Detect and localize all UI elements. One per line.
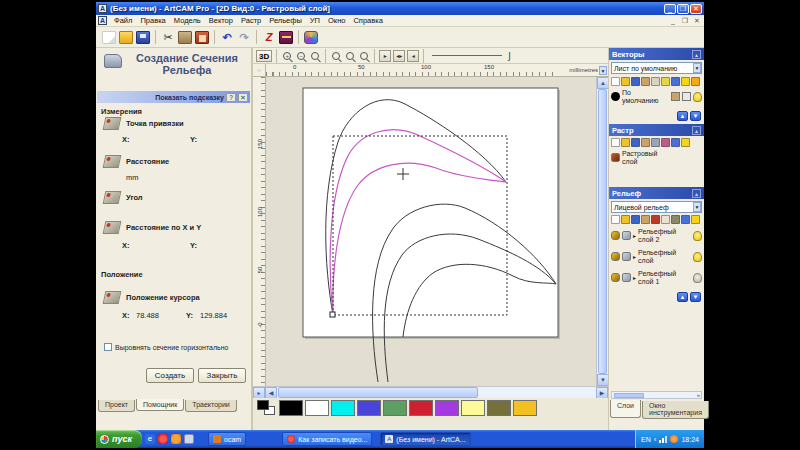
new-icon[interactable] — [102, 31, 116, 44]
mdi-document-icon[interactable]: A — [98, 16, 107, 25]
swatch-purple[interactable] — [435, 400, 459, 416]
restore-button[interactable]: ❐ — [677, 4, 689, 14]
swatch-cyan[interactable] — [331, 400, 355, 416]
swatch-red[interactable] — [409, 400, 433, 416]
relief-layer-item[interactable]: ▸ Рельефный слой 1 — [609, 269, 704, 286]
script-icon[interactable]: Z — [262, 31, 276, 44]
hide-icons-chevron-icon[interactable]: ‹ — [654, 435, 657, 444]
select-raster-icon[interactable] — [641, 138, 650, 147]
zoom-1to1-icon[interactable] — [311, 52, 319, 60]
collapse-relief-icon[interactable]: ▲ — [692, 189, 701, 198]
menu-edit[interactable]: Правка — [136, 16, 169, 25]
close-button[interactable]: ✕ — [690, 4, 702, 14]
snap-sheet-icon[interactable] — [661, 77, 670, 86]
lock-icon[interactable] — [671, 92, 680, 101]
paste-icon[interactable] — [195, 31, 209, 44]
select-sheet-icon[interactable] — [641, 77, 650, 86]
menu-vector[interactable]: Вектор — [205, 16, 237, 25]
smooth-relief-icon[interactable] — [651, 215, 660, 224]
combo-dropdown-icon[interactable]: ▼ — [693, 63, 701, 73]
new-sheet-icon[interactable] — [611, 77, 620, 86]
delete-sheet-icon[interactable] — [671, 77, 680, 86]
sheet-relief-icon[interactable] — [661, 215, 670, 224]
relief-combo[interactable]: Лицевой рельеф ▼ — [611, 201, 702, 213]
opacity-slider[interactable] — [432, 55, 502, 56]
save-raster-icon[interactable] — [631, 138, 640, 147]
move-down-icon[interactable]: ▼ — [690, 292, 701, 302]
zoom-object-icon[interactable] — [332, 52, 340, 60]
menu-help[interactable]: Справка — [349, 16, 386, 25]
drawing-canvas[interactable] — [266, 77, 596, 386]
vector-sheet-combo[interactable]: Лист по умолчанию ▼ — [611, 62, 702, 74]
menu-toolpaths[interactable]: УП — [306, 16, 324, 25]
save-relief-icon[interactable] — [631, 215, 640, 224]
tab-project[interactable]: Проект — [98, 400, 135, 412]
calc-relief-icon[interactable] — [671, 215, 680, 224]
relief-layer-item[interactable]: ▸ Рельефный слой 2 — [609, 227, 704, 244]
swatch-blue[interactable] — [357, 400, 381, 416]
swatch-olive[interactable] — [487, 400, 511, 416]
hscroll-thumb[interactable] — [278, 387, 478, 398]
move-up-icon[interactable]: ▲ — [677, 111, 688, 121]
swatch-light-yellow[interactable] — [461, 400, 485, 416]
zoom-selection-icon[interactable] — [360, 52, 368, 60]
align-horizontal-checkbox[interactable] — [104, 343, 112, 351]
close-dialog-button[interactable]: Закрыть — [198, 368, 246, 383]
alert-tray-icon[interactable] — [670, 435, 678, 443]
recorder-quicklaunch-icon[interactable] — [158, 434, 168, 444]
copy-icon[interactable] — [178, 31, 192, 44]
mdi-close-button[interactable]: ✕ — [692, 17, 702, 25]
vector-layer-item[interactable]: По умолчанию — [609, 88, 704, 105]
mdi-restore-button[interactable]: ❐ — [680, 17, 690, 25]
zoom-out-icon[interactable]: − — [297, 52, 305, 60]
start-button[interactable]: пуск — [96, 430, 142, 448]
merge-sheet-icon[interactable] — [651, 77, 660, 86]
snap-toggle-2[interactable]: ◂▸ — [393, 50, 405, 62]
firefox-quicklaunch-icon[interactable] — [171, 434, 181, 444]
swatch-gold[interactable] — [513, 400, 537, 416]
minimize-button[interactable]: _ — [664, 4, 676, 14]
visibility-bulb-icon[interactable] — [693, 231, 702, 241]
paint-raster-icon[interactable] — [661, 138, 670, 147]
tab-toolpaths[interactable]: Траектории — [185, 400, 236, 412]
swatch-black[interactable] — [279, 400, 303, 416]
new-raster-icon[interactable] — [611, 138, 620, 147]
combo-dropdown-icon[interactable]: ▼ — [693, 202, 701, 212]
raster-layer-item[interactable]: Растровый слой — [609, 149, 704, 166]
switch-3d-button[interactable]: 3D — [256, 50, 272, 62]
mdi-minimize-button[interactable]: _ — [668, 17, 678, 25]
snap-toggle-3[interactable]: ◂ — [407, 50, 419, 62]
menu-model[interactable]: Модель — [170, 16, 205, 25]
open-icon[interactable] — [119, 31, 133, 44]
select-relief-icon[interactable] — [641, 215, 650, 224]
horizontal-scrollbar[interactable]: ▸ ◀ ▶ — [253, 386, 608, 398]
zoom-in-icon[interactable]: + — [283, 52, 291, 60]
title-bar[interactable]: A (Без имени) - ArtCAM Pro - [2D Вид:0 -… — [96, 2, 704, 15]
tab-layers[interactable]: Слои — [610, 400, 641, 418]
raster-visibility-icon[interactable] — [681, 138, 690, 147]
zoom-fit-icon[interactable] — [346, 52, 354, 60]
cut-icon[interactable]: ✂ — [161, 31, 175, 44]
fg-bg-color-indicator[interactable] — [257, 400, 277, 416]
move-down-icon[interactable]: ▼ — [690, 111, 701, 121]
show-hint-label[interactable]: Показать подсказку — [155, 94, 224, 101]
taskbar-item-artcam[interactable]: A (Без имени) - ArtCA... — [380, 432, 470, 446]
save-sheet-icon[interactable] — [631, 77, 640, 86]
expand-arrow-icon[interactable]: ▸ — [633, 253, 636, 260]
edit-color-icon[interactable] — [682, 92, 691, 101]
redo-icon[interactable]: ↷ — [237, 31, 251, 44]
taskbar-item-ocam[interactable]: ocam — [208, 432, 246, 446]
visibility-bulb-icon[interactable] — [693, 252, 702, 262]
artcam-tool-icon[interactable] — [304, 31, 318, 44]
menu-raster[interactable]: Растр — [237, 16, 265, 25]
panel-scroll-right-icon[interactable]: » — [697, 392, 701, 398]
expand-arrow-icon[interactable]: ▸ — [633, 274, 636, 281]
swatch-white[interactable] — [305, 400, 329, 416]
create-button[interactable]: Создать — [146, 368, 194, 383]
vscroll-thumb[interactable] — [598, 89, 607, 374]
toggle-all-icon[interactable] — [691, 77, 700, 86]
collapse-raster-icon[interactable]: ▲ — [692, 126, 701, 135]
visibility-bulb-icon[interactable] — [693, 92, 702, 102]
units-dropdown-icon[interactable]: ▼ — [599, 66, 607, 75]
show-desktop-icon[interactable] — [184, 434, 194, 444]
